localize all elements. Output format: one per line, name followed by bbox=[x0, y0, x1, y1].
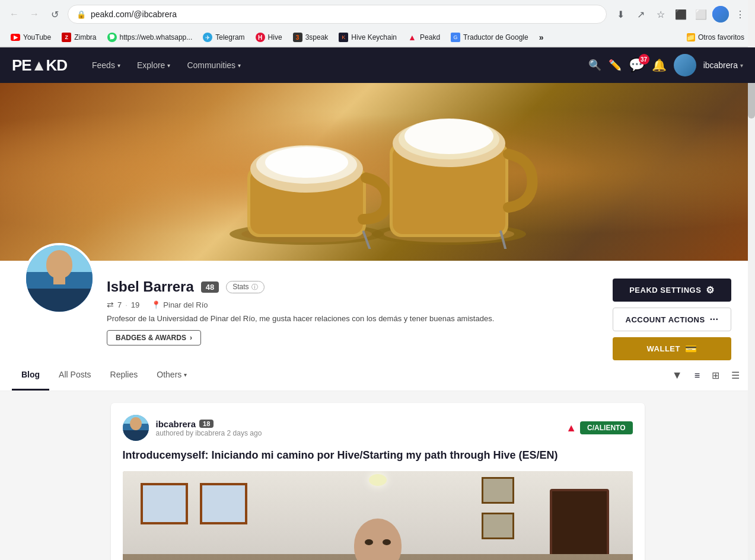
post-author-username[interactable]: ibcabrera bbox=[156, 419, 196, 429]
filter-button[interactable]: ▼ bbox=[668, 366, 686, 385]
scrollbar[interactable] bbox=[748, 0, 755, 560]
user-avatar-image bbox=[674, 54, 696, 76]
tab-others[interactable]: Others ▾ bbox=[147, 360, 196, 391]
nav-communities[interactable]: Communities ▾ bbox=[180, 56, 248, 75]
bell-icon: 🔔 bbox=[652, 59, 667, 72]
account-actions-button[interactable]: ACCOUNT ACTIONS ··· bbox=[613, 308, 731, 331]
nav-explore[interactable]: Explore ▾ bbox=[130, 56, 177, 75]
post-title[interactable]: Introducemyself: Iniciando mi camino por… bbox=[123, 448, 633, 463]
post-author-rep-badge: 18 bbox=[199, 420, 214, 428]
username-nav[interactable]: ibcabrera ▾ bbox=[703, 60, 743, 70]
bookmark-whatsapp-label: https://web.whatsapp... bbox=[120, 33, 193, 41]
more-bookmarks-btn[interactable]: » bbox=[534, 31, 549, 44]
post-author-name-row: ibcabrera 18 bbox=[156, 419, 262, 429]
nav-links: Feeds ▾ Explore ▾ Communities ▾ bbox=[85, 56, 588, 75]
profile-details: Isbel Barrera 48 Stats ⓘ ⇄ 7 · 19 bbox=[107, 273, 601, 345]
post-author-avatar-image bbox=[123, 415, 149, 441]
view-cards-button[interactable]: ☰ bbox=[728, 366, 743, 385]
bell-button[interactable]: 🔔 bbox=[652, 58, 667, 72]
authored-by-name[interactable]: ibcabrera bbox=[195, 429, 225, 437]
communities-chevron-icon: ▾ bbox=[238, 62, 241, 69]
view-list-button[interactable]: ≡ bbox=[691, 367, 703, 385]
bookmark-youtube-label: YouTube bbox=[23, 33, 51, 41]
wallet-button[interactable]: WALLET 💳 bbox=[613, 337, 731, 360]
nav-feeds[interactable]: Feeds ▾ bbox=[85, 56, 128, 75]
stats-badge[interactable]: Stats ⓘ bbox=[226, 281, 264, 293]
post-header: ibcabrera 18 authored by ibcabrera 2 day… bbox=[123, 415, 633, 441]
bookmark-zimbra[interactable]: Z Zimbra bbox=[57, 31, 101, 44]
bookmark-traductor[interactable]: G Traductor de Google bbox=[446, 31, 533, 44]
bookmark-youtube[interactable]: ▶ YouTube bbox=[6, 31, 56, 43]
chrome-menu-button[interactable]: ⋮ bbox=[731, 5, 749, 23]
nav-feeds-label: Feeds bbox=[92, 60, 115, 70]
svg-point-6 bbox=[265, 147, 348, 178]
content-area: ibcabrera 18 authored by ibcabrera 2 day… bbox=[0, 391, 755, 560]
reload-button[interactable]: ↺ bbox=[46, 6, 63, 23]
bookmark-star-button[interactable]: ☆ bbox=[652, 5, 670, 23]
bookmark-hive-keychain[interactable]: K Hive Keychain bbox=[334, 31, 402, 44]
post-image bbox=[123, 471, 633, 560]
tab-all-posts[interactable]: All Posts bbox=[49, 360, 100, 391]
otros-favoritos[interactable]: 📁 Otros favoritos bbox=[682, 31, 749, 43]
translate-favicon: G bbox=[451, 33, 460, 42]
tab-all-posts-label: All Posts bbox=[59, 370, 91, 379]
whatsapp-favicon bbox=[107, 33, 117, 42]
otros-favoritos-label: Otros favoritos bbox=[698, 33, 744, 41]
toolbar-icons: ⬇ ↗ ☆ ⬛ ⬜ ⋮ bbox=[611, 5, 749, 23]
bookmark-telegram-label: Telegram bbox=[215, 33, 244, 41]
search-button[interactable]: 🔍 bbox=[588, 59, 601, 72]
write-button[interactable]: ✏️ bbox=[609, 59, 622, 72]
extensions-button[interactable]: ⬛ bbox=[672, 5, 690, 23]
peakd-logo[interactable]: PE▲KD bbox=[12, 56, 67, 75]
user-avatar-nav[interactable] bbox=[674, 54, 696, 76]
share-button[interactable]: ↗ bbox=[632, 5, 649, 23]
bookmark-whatsapp[interactable]: https://web.whatsapp... bbox=[103, 31, 197, 44]
bookmark-hive-keychain-label: Hive Keychain bbox=[351, 33, 397, 41]
bookmark-peakd[interactable]: ▲ Peakd bbox=[403, 31, 445, 44]
zimbra-favicon: Z bbox=[62, 33, 71, 42]
feeds-chevron-icon: ▾ bbox=[117, 62, 120, 69]
tab-others-label: Others bbox=[157, 370, 181, 379]
stats-label: Stats bbox=[232, 283, 249, 291]
follow-icon: ⇄ bbox=[107, 300, 114, 309]
download-button[interactable]: ⬇ bbox=[611, 5, 629, 23]
window-button[interactable]: ⬜ bbox=[692, 5, 710, 23]
account-label: ACCOUNT ACTIONS bbox=[626, 315, 705, 324]
bookmark-3speak-label: 3speak bbox=[305, 33, 329, 41]
bookmark-hive[interactable]: H Hive bbox=[251, 31, 287, 44]
forward-button[interactable]: → bbox=[26, 6, 43, 23]
tab-replies[interactable]: Replies bbox=[101, 360, 148, 391]
following-count: 7 bbox=[117, 300, 122, 309]
nav-buttons: ← → ↺ bbox=[6, 6, 63, 23]
address-bar[interactable]: 🔒 peakd.com/@ibcabrera bbox=[68, 5, 607, 24]
reputation-badge: 48 bbox=[201, 281, 219, 293]
tabs-right: ▼ ≡ ⊞ ☰ bbox=[668, 366, 743, 385]
cover-coffee-art bbox=[200, 95, 556, 249]
community-badge[interactable]: C/ALIENTO bbox=[580, 421, 632, 434]
notification-button[interactable]: 💬 37 bbox=[629, 57, 645, 73]
otros-favoritos-icon: 📁 bbox=[687, 33, 695, 41]
view-grid-button[interactable]: ⊞ bbox=[708, 366, 723, 385]
bookmark-3speak[interactable]: 3 3speak bbox=[288, 31, 333, 44]
bookmark-telegram[interactable]: ✈ Telegram bbox=[198, 31, 249, 44]
browser-toolbar: ← → ↺ 🔒 peakd.com/@ibcabrera ⬇ ↗ ☆ ⬛ ⬜ ⋮ bbox=[0, 0, 755, 28]
bookmark-hive-label: Hive bbox=[268, 33, 282, 41]
peakd-settings-button[interactable]: PEAKD SETTINGS ⚙ bbox=[613, 279, 731, 302]
nav-right: 🔍 ✏️ 💬 37 🔔 ibcabrera ▾ bbox=[588, 54, 743, 76]
location-pin-icon: 📍 bbox=[151, 300, 161, 309]
browser-chrome: ← → ↺ 🔒 peakd.com/@ibcabrera ⬇ ↗ ☆ ⬛ ⬜ ⋮… bbox=[0, 0, 755, 47]
dot-separator: · bbox=[125, 300, 128, 309]
chrome-profile-avatar[interactable] bbox=[712, 6, 729, 23]
site-wrapper: PE▲KD Feeds ▾ Explore ▾ Communities ▾ 🔍 … bbox=[0, 47, 755, 560]
followers-info: ⇄ 7 · 19 bbox=[107, 300, 139, 309]
tab-blog[interactable]: Blog bbox=[12, 360, 49, 391]
profile-actions: PEAKD SETTINGS ⚙ ACCOUNT ACTIONS ··· WAL… bbox=[613, 273, 731, 360]
badges-awards-button[interactable]: BADGES & AWARDS › bbox=[107, 330, 201, 345]
svg-point-13 bbox=[404, 119, 493, 154]
back-button[interactable]: ← bbox=[6, 6, 23, 23]
site-nav: PE▲KD Feeds ▾ Explore ▾ Communities ▾ 🔍 … bbox=[0, 47, 755, 83]
others-chevron-icon: ▾ bbox=[184, 372, 187, 378]
notification-count-badge: 37 bbox=[639, 54, 649, 65]
post-author-info: ibcabrera 18 authored by ibcabrera 2 day… bbox=[123, 415, 262, 441]
profile-info-section: Isbel Barrera 48 Stats ⓘ ⇄ 7 · 19 bbox=[0, 261, 755, 360]
